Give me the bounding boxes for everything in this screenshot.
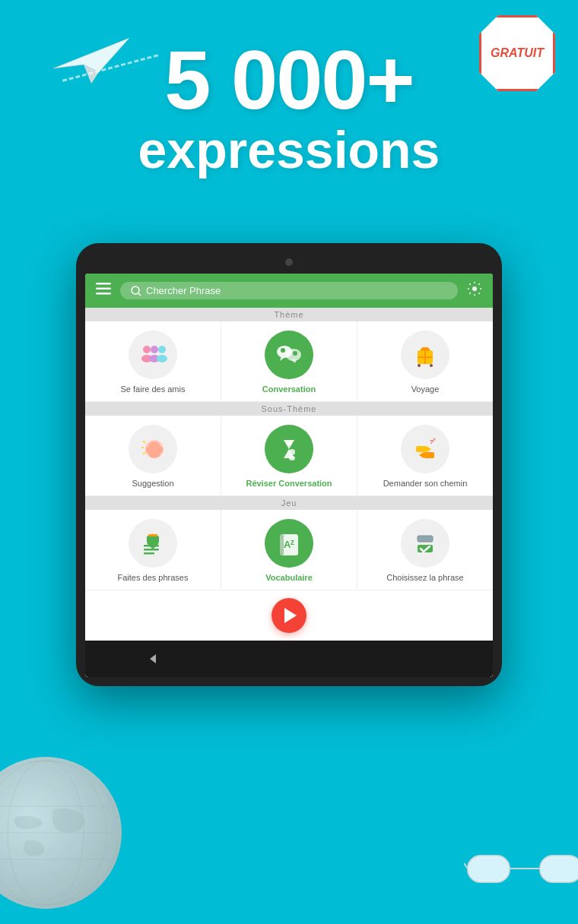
svg-line-29 <box>143 441 145 443</box>
svg-point-19 <box>281 348 285 353</box>
svg-point-11 <box>151 346 158 353</box>
svg-rect-23 <box>422 347 428 350</box>
search-placeholder: Chercher Phrase <box>146 285 221 296</box>
grid-row-theme: Se faire des amis Conversa <box>85 321 493 402</box>
home-button[interactable] <box>278 648 300 669</box>
svg-line-62 <box>464 863 468 869</box>
tablet-camera <box>285 258 293 266</box>
search-bar[interactable]: Chercher Phrase <box>120 282 458 299</box>
glasses-decoration <box>464 840 578 901</box>
svg-rect-34 <box>416 446 427 452</box>
svg-marker-52 <box>150 654 156 663</box>
cell-label-voyage: Voyage <box>411 384 440 394</box>
svg-rect-65 <box>541 857 578 881</box>
globe-decoration <box>0 757 122 909</box>
cell-label-conversation: Conversation <box>262 384 316 394</box>
svg-point-33 <box>289 456 295 460</box>
cell-icon-brain <box>129 425 177 473</box>
headline-subtitle: expressions <box>0 122 578 179</box>
cell-icon-hourglass <box>265 425 313 473</box>
cell-icon-pencil-lines <box>129 519 177 568</box>
tablet: Chercher Phrase Thème <box>76 243 502 686</box>
cell-icon-people <box>129 331 177 379</box>
svg-point-8 <box>472 286 477 291</box>
cell-label-demander-chemin: Demander son chemin <box>383 479 468 488</box>
settings-icon[interactable] <box>467 281 482 300</box>
cell-icon-voyage <box>401 331 449 379</box>
section-sous-theme-label: Sous-Thème <box>85 402 493 416</box>
play-button[interactable] <box>272 598 306 633</box>
svg-point-20 <box>293 351 297 356</box>
cell-reviser-conversation[interactable]: Réviser Conversation <box>221 416 357 495</box>
cell-vocabulaire[interactable]: A z Vocabulaire <box>221 510 357 590</box>
svg-marker-37 <box>419 452 424 458</box>
cell-label-suggestion: Suggestion <box>132 479 173 488</box>
cell-se-faire-des-amis[interactable]: Se faire des amis <box>85 321 221 401</box>
cell-label-se-faire-des-amis: Se faire des amis <box>121 384 186 394</box>
cell-label-vocabulaire: Vocabulaire <box>265 573 313 582</box>
svg-point-32 <box>289 449 295 455</box>
svg-point-14 <box>157 355 167 362</box>
svg-line-31 <box>143 452 145 454</box>
svg-rect-43 <box>147 536 159 543</box>
app-screen: Chercher Phrase Thème <box>85 274 493 677</box>
cell-label-choisissez-phrase: Choisissez la phrase <box>386 573 464 582</box>
svg-text:?: ? <box>433 438 436 442</box>
cell-voyage[interactable]: Voyage <box>357 321 493 401</box>
svg-rect-3 <box>96 283 111 285</box>
section-jeu-label: Jeu <box>85 496 493 510</box>
svg-rect-41 <box>144 549 159 551</box>
cell-suggestion[interactable]: Suggestion <box>85 416 221 495</box>
android-navbar <box>85 641 493 677</box>
cell-label-faites-phrases: Faites des phrases <box>118 573 189 582</box>
svg-point-13 <box>158 346 166 353</box>
svg-marker-18 <box>291 359 297 363</box>
svg-text:z: z <box>291 538 294 546</box>
play-triangle-icon <box>284 608 297 623</box>
grid-row-sous-theme: Suggestion Réviser Conversation <box>85 416 493 496</box>
grid-row-jeu: Faites des phrases A z Vocabulaire <box>85 510 493 590</box>
cell-conversation[interactable]: Conversation <box>221 321 357 401</box>
cell-icon-checkbox <box>401 519 449 568</box>
headline-number: 5 000+ <box>0 38 578 122</box>
cell-icon-book-az: A z <box>265 519 313 568</box>
headline: 5 000+ expressions <box>0 38 578 179</box>
cell-faites-phrases[interactable]: Faites des phrases <box>85 510 221 590</box>
app-header: Chercher Phrase <box>85 274 493 308</box>
svg-point-27 <box>430 364 433 367</box>
cell-demander-chemin[interactable]: ? ? Demander son chemin <box>357 416 493 495</box>
svg-line-7 <box>138 293 141 296</box>
svg-rect-64 <box>469 857 508 881</box>
svg-rect-42 <box>144 552 154 555</box>
cell-label-reviser-conversation: Réviser Conversation <box>246 479 332 488</box>
svg-point-26 <box>418 364 421 367</box>
cell-choisissez-phrase[interactable]: Choisissez la phrase <box>357 510 493 590</box>
svg-point-6 <box>132 286 139 294</box>
svg-rect-4 <box>96 288 111 290</box>
svg-rect-45 <box>148 534 157 536</box>
cell-icon-directions: ? ? <box>401 425 449 473</box>
svg-rect-50 <box>418 536 433 542</box>
svg-rect-36 <box>424 452 434 458</box>
back-button[interactable] <box>142 648 164 669</box>
recent-button[interactable] <box>414 648 436 669</box>
svg-marker-35 <box>427 446 431 452</box>
play-button-area <box>85 590 493 641</box>
svg-rect-5 <box>96 293 111 295</box>
section-theme-label: Thème <box>85 308 493 321</box>
menu-icon[interactable] <box>96 283 111 299</box>
svg-point-9 <box>143 346 151 353</box>
cell-icon-conversation <box>265 331 313 379</box>
